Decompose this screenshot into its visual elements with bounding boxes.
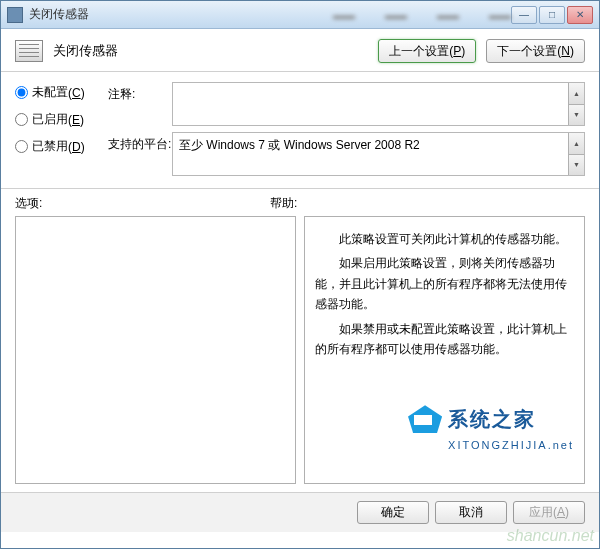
ok-button[interactable]: 确定: [357, 501, 429, 524]
radio-disabled[interactable]: 已禁用(D): [15, 138, 100, 155]
help-p3: 如果禁用或未配置此策略设置，此计算机上的所有程序都可以使用传感器功能。: [315, 319, 574, 360]
platform-spin[interactable]: ▲▼: [568, 133, 584, 175]
radio-not-configured[interactable]: 未配置(C): [15, 84, 100, 101]
platform-value: 至少 Windows 7 或 Windows Server 2008 R2: [179, 138, 420, 152]
apply-button[interactable]: 应用(A): [513, 501, 585, 524]
apply-label: 应用: [529, 505, 553, 519]
window-title: 关闭传感器: [29, 6, 313, 23]
next-setting-button[interactable]: 下一个设置(N): [486, 39, 585, 63]
help-label: 帮助:: [270, 195, 297, 212]
panels-labels: 选项: 帮助:: [1, 189, 599, 216]
spin-down-icon[interactable]: ▼: [568, 155, 584, 176]
radio-key: D: [72, 140, 81, 154]
radio-enabled-input[interactable]: [15, 113, 28, 126]
footer: 确定 取消 应用(A): [1, 492, 599, 532]
radio-column: 未配置(C) 已启用(E) 已禁用(D): [15, 82, 100, 182]
minimize-button[interactable]: —: [511, 6, 537, 24]
titlebar: 关闭传感器 ▬▬▬▬▬▬▬▬ — □ ✕: [1, 1, 599, 29]
comment-label: 注释:: [108, 82, 172, 103]
radio-disabled-input[interactable]: [15, 140, 28, 153]
house-icon: [408, 405, 442, 433]
comment-field[interactable]: ▲▼: [172, 82, 585, 126]
next-label: 下一个设置: [497, 44, 557, 58]
config-section: 未配置(C) 已启用(E) 已禁用(D) 注释: ▲▼ 支持的平台: 至少 Wi…: [1, 72, 599, 189]
spin-down-icon[interactable]: ▼: [568, 105, 584, 126]
radio-label: 已禁用: [32, 138, 68, 155]
help-p2: 如果启用此策略设置，则将关闭传感器功能，并且此计算机上的所有程序都将无法使用传感…: [315, 253, 574, 314]
policy-icon: [15, 40, 43, 62]
platform-field: 至少 Windows 7 或 Windows Server 2008 R2 ▲▼: [172, 132, 585, 176]
prev-key: P: [453, 44, 461, 58]
apply-key: A: [557, 505, 565, 519]
comment-spin[interactable]: ▲▼: [568, 83, 584, 125]
policy-title: 关闭传感器: [53, 42, 368, 60]
window-icon: [7, 7, 23, 23]
maximize-button[interactable]: □: [539, 6, 565, 24]
options-label: 选项:: [15, 195, 270, 212]
next-key: N: [561, 44, 570, 58]
radio-key: E: [72, 113, 80, 127]
radio-label: 已启用: [32, 111, 68, 128]
help-p1: 此策略设置可关闭此计算机的传感器功能。: [315, 229, 574, 249]
options-panel: [15, 216, 296, 484]
watermark-cn: 系统之家: [448, 402, 536, 436]
cancel-button[interactable]: 取消: [435, 501, 507, 524]
radio-label: 未配置: [32, 84, 68, 101]
close-button[interactable]: ✕: [567, 6, 593, 24]
spin-up-icon[interactable]: ▲: [568, 83, 584, 105]
spin-up-icon[interactable]: ▲: [568, 133, 584, 155]
help-panel: 此策略设置可关闭此计算机的传感器功能。 如果启用此策略设置，则将关闭传感器功能，…: [304, 216, 585, 484]
radio-enabled[interactable]: 已启用(E): [15, 111, 100, 128]
platform-label: 支持的平台:: [108, 132, 172, 153]
prev-label: 上一个设置: [389, 44, 449, 58]
titlebar-blur: ▬▬▬▬▬▬▬▬: [333, 9, 511, 21]
panels-row: 此策略设置可关闭此计算机的传感器功能。 如果启用此策略设置，则将关闭传感器功能，…: [1, 216, 599, 492]
prev-setting-button[interactable]: 上一个设置(P): [378, 39, 476, 63]
fields-column: 注释: ▲▼ 支持的平台: 至少 Windows 7 或 Windows Ser…: [108, 82, 585, 182]
watermark-logo: 系统之家 XITONGZHIJIA.net: [408, 402, 574, 455]
watermark-url: XITONGZHIJIA.net: [448, 436, 574, 455]
radio-key: C: [72, 86, 81, 100]
header-row: 关闭传感器 上一个设置(P) 下一个设置(N): [1, 29, 599, 72]
radio-not-configured-input[interactable]: [15, 86, 28, 99]
